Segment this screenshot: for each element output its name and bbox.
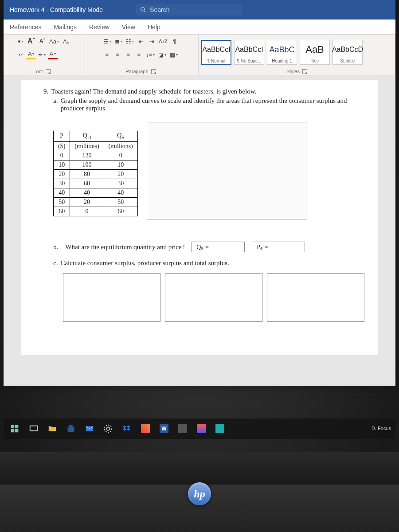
shading-button[interactable]: ◪ bbox=[157, 50, 168, 59]
borders-button[interactable]: ▦ bbox=[168, 50, 179, 59]
shrink-font-button[interactable]: Aˇ bbox=[37, 36, 47, 46]
app-button-1[interactable] bbox=[138, 422, 153, 436]
word-window: Homework 4 - Compatibility Mode Search R… bbox=[4, 0, 395, 386]
tab-help[interactable]: Help bbox=[141, 20, 167, 34]
start-button[interactable] bbox=[8, 422, 22, 436]
justify-button[interactable]: ≡ bbox=[134, 50, 144, 59]
styles-group: AaBbCcI ¶ Normal AaBbCcI ¶ No Spac... Aa… bbox=[199, 35, 395, 75]
search-placeholder: Search bbox=[150, 6, 169, 13]
styles-group-label: Styles bbox=[286, 69, 300, 74]
svg-point-0 bbox=[141, 8, 145, 11]
paragraph-group-label: Paragraph bbox=[125, 69, 148, 74]
multilevel-list-button[interactable]: ☷ bbox=[125, 36, 135, 46]
svg-rect-4 bbox=[11, 429, 14, 432]
task-view-button[interactable] bbox=[27, 422, 41, 436]
store-button[interactable] bbox=[64, 422, 78, 436]
tab-mailings[interactable]: Mailings bbox=[48, 20, 83, 34]
table-row: 404040 bbox=[54, 188, 138, 197]
change-case-button[interactable]: Aa bbox=[48, 36, 60, 46]
producer-surplus-box[interactable] bbox=[165, 273, 262, 322]
document-area[interactable]: 9. Toasters again! The demand and supply… bbox=[4, 75, 395, 386]
word-icon: W bbox=[160, 424, 168, 433]
pen-button[interactable]: ✒ bbox=[37, 50, 47, 59]
part-a-text: Graph the supply and demand curves to sc… bbox=[60, 97, 364, 112]
numbering-button[interactable]: ≣ bbox=[113, 36, 124, 46]
store-icon bbox=[66, 424, 76, 434]
table-row: 60060 bbox=[54, 207, 138, 216]
document-title: Homework 4 - Compatibility Mode bbox=[4, 6, 109, 13]
style-subtitle[interactable]: AaBbCcD Subtitle bbox=[332, 40, 363, 65]
style-heading1[interactable]: AaBbC Heading 1 bbox=[267, 40, 297, 65]
svg-line-1 bbox=[144, 11, 146, 12]
qe-field[interactable]: Qₑ = bbox=[192, 242, 245, 252]
svg-rect-2 bbox=[11, 425, 14, 428]
app-button-3[interactable] bbox=[194, 422, 208, 436]
tab-references[interactable]: References bbox=[4, 20, 48, 34]
style-title[interactable]: AaB Title bbox=[300, 40, 330, 65]
mail-button[interactable] bbox=[82, 422, 97, 436]
gear-icon bbox=[103, 424, 113, 434]
settings-button[interactable] bbox=[101, 422, 115, 436]
font-dialog-launcher-icon[interactable] bbox=[46, 69, 51, 74]
graph-placeholder bbox=[147, 122, 306, 219]
search-box[interactable]: Search bbox=[136, 4, 242, 16]
style-no-spacing[interactable]: AaBbCcI ¶ No Spac... bbox=[234, 40, 264, 65]
pe-field[interactable]: Pₑ = bbox=[252, 242, 305, 252]
explorer-button[interactable] bbox=[45, 422, 59, 436]
task-view-icon bbox=[29, 424, 39, 434]
part-c-label: c. bbox=[53, 259, 58, 267]
folder-icon bbox=[47, 424, 57, 434]
total-surplus-box[interactable] bbox=[267, 273, 364, 322]
font-color-button[interactable]: A bbox=[48, 50, 58, 59]
word-taskbar-button[interactable]: W bbox=[157, 422, 171, 436]
align-left-button[interactable]: ≡ bbox=[102, 50, 112, 59]
mail-icon bbox=[85, 424, 94, 434]
part-b-text: What are the equilibrium quantity and pr… bbox=[65, 243, 184, 251]
svg-point-10 bbox=[106, 427, 110, 430]
line-spacing-button[interactable]: ↕≡ bbox=[145, 50, 156, 59]
tab-view[interactable]: View bbox=[116, 20, 141, 34]
focus-indicator[interactable]: D. Focus bbox=[372, 426, 391, 431]
table-row: 306030 bbox=[54, 179, 138, 188]
svg-rect-6 bbox=[30, 426, 38, 431]
show-marks-button[interactable]: ¶ bbox=[170, 36, 180, 46]
windows-icon bbox=[10, 424, 20, 434]
font-group-label: ont bbox=[36, 69, 43, 74]
generic-app-icon bbox=[197, 424, 206, 433]
table-header-qs-unit: (millions) bbox=[104, 141, 137, 151]
text-highlight-button[interactable]: A bbox=[26, 50, 36, 59]
consumer-surplus-box[interactable] bbox=[63, 273, 160, 322]
generic-app-icon bbox=[178, 424, 187, 433]
supply-demand-table: P QD QS ($) (millions) (millions) 01200 … bbox=[53, 131, 138, 216]
app-button-2[interactable] bbox=[176, 422, 190, 436]
dropbox-button[interactable] bbox=[120, 422, 134, 436]
paragraph-group: ☰ ≣ ☷ ⇤ ⇥ A↓Z ¶ ≡ ≡ ≡ ≡ ↕≡ ◪ bbox=[83, 35, 199, 75]
paragraph-dialog-launcher-icon[interactable] bbox=[151, 69, 156, 74]
styles-gallery: AaBbCcI ¶ Normal AaBbCcI ¶ No Spac... Aa… bbox=[201, 40, 363, 65]
font-dropdown-chevron[interactable]: ▾ bbox=[16, 36, 25, 46]
grow-font-button[interactable]: Aˆ bbox=[26, 36, 36, 46]
dropbox-icon bbox=[122, 424, 132, 434]
generic-app-icon bbox=[215, 424, 224, 433]
table-row: 208020 bbox=[54, 169, 138, 179]
increase-indent-button[interactable]: ⇥ bbox=[147, 36, 156, 46]
app-button-4[interactable] bbox=[213, 422, 227, 436]
style-normal[interactable]: AaBbCcI ¶ Normal bbox=[201, 40, 231, 65]
part-c-text: Calculate consumer surplus, producer sur… bbox=[60, 259, 229, 267]
document-page[interactable]: 9. Toasters again! The demand and supply… bbox=[21, 80, 378, 355]
align-right-button[interactable]: ≡ bbox=[123, 50, 133, 59]
table-row: 502050 bbox=[54, 197, 138, 207]
hp-logo: hp bbox=[188, 482, 211, 505]
ribbon-tabs: References Mailings Review View Help bbox=[4, 20, 395, 35]
part-a-label: a. bbox=[53, 97, 58, 112]
svg-rect-7 bbox=[68, 426, 74, 432]
sort-button[interactable]: A↓Z bbox=[157, 36, 169, 46]
align-center-button[interactable]: ≡ bbox=[113, 50, 122, 59]
decrease-indent-button[interactable]: ⇤ bbox=[136, 36, 146, 46]
styles-dialog-launcher-icon[interactable] bbox=[302, 69, 307, 74]
superscript-button[interactable]: x² bbox=[16, 50, 25, 59]
clear-formatting-button[interactable]: Aₒ bbox=[61, 36, 71, 46]
tab-review[interactable]: Review bbox=[83, 20, 116, 34]
bullets-button[interactable]: ☰ bbox=[102, 36, 113, 46]
part-b-label: b. bbox=[53, 243, 58, 251]
